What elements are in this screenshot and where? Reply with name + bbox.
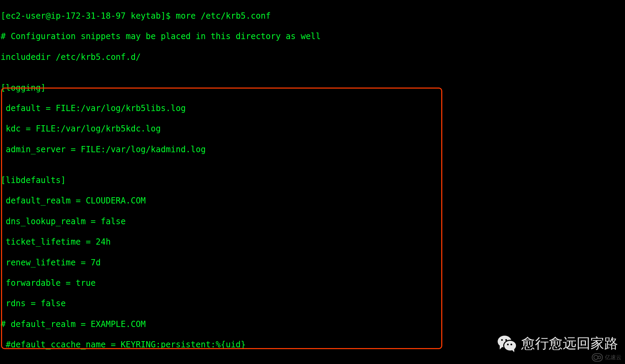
prompt-line-1: [ec2-user@ip-172-31-18-97 keytab]$ more … (1, 11, 624, 21)
prompt-user-host: [ec2-user@ip-172-31-18-97 keytab]$ (1, 11, 171, 21)
watermark-main: 愈行愈远回家路 (498, 336, 618, 352)
wechat-icon (498, 336, 517, 352)
file-line: admin_server = FILE:/var/log/kadmind.log (1, 145, 624, 155)
file-line: default = FILE:/var/log/krb5libs.log (1, 103, 624, 114)
terminal-window[interactable]: [ec2-user@ip-172-31-18-97 keytab]$ more … (0, 0, 625, 364)
file-line: # Configuration snippets may be placed i… (1, 31, 624, 42)
file-line: forwardable = true (1, 278, 624, 289)
file-line: kdc = FILE:/var/log/krb5kdc.log (1, 124, 624, 134)
file-line: rdns = false (1, 299, 624, 309)
file-line: renew_lifetime = 7d (1, 258, 624, 268)
command-text: more /etc/krb5.conf (176, 11, 271, 21)
logo-icon (592, 353, 603, 362)
file-line: # default_realm = EXAMPLE.COM (1, 319, 624, 330)
watermark-secondary: 亿速云 (592, 352, 622, 363)
watermark-sub-text: 亿速云 (605, 352, 622, 363)
file-line: ticket_lifetime = 24h (1, 237, 624, 247)
file-line: default_realm = CLOUDERA.COM (1, 196, 624, 206)
file-line: [libdefaults] (1, 175, 624, 186)
file-line: dns_lookup_realm = false (1, 217, 624, 227)
file-line: [logging] (1, 83, 624, 93)
file-line: includedir /etc/krb5.conf.d/ (1, 52, 624, 63)
